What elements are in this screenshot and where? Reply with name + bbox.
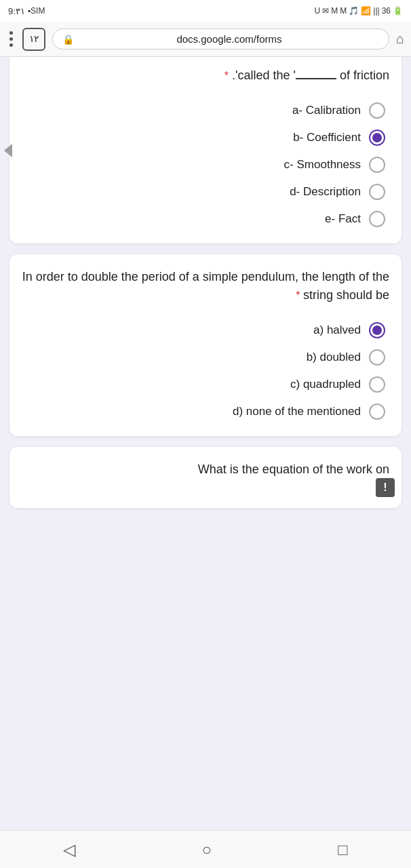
menu-dots[interactable] — [7, 28, 16, 50]
question-2-options: a) halved b) doubled c) quadrupled d) no… — [22, 319, 389, 422]
option-1c[interactable]: c- Smoothness — [22, 154, 389, 176]
question-1-options: a- Calibration b- Coefficient c- Smoothn… — [22, 100, 389, 230]
option-2c-label: c) quadrupled — [290, 378, 361, 391]
option-1a-radio[interactable] — [369, 102, 385, 119]
question-2-label: In order to double the period of a simpl… — [22, 270, 389, 283]
question-2-label-2: string should be — [303, 288, 389, 302]
option-1d-label: d- Description — [290, 185, 361, 199]
main-content: * .'called the ' of friction a- Calibrat… — [0, 57, 411, 868]
option-2b-radio[interactable] — [369, 349, 385, 366]
mail-icon: M — [331, 6, 338, 16]
option-1c-radio[interactable] — [369, 157, 385, 173]
status-right: U ✉ M M 🎵 📶 ||| 36 🔋 — [315, 6, 403, 16]
option-2b-label: b) doubled — [307, 351, 361, 364]
u-label: U — [315, 6, 321, 16]
sim-icon: ▪SIM — [28, 6, 45, 16]
option-1b-radio[interactable] — [369, 130, 385, 146]
option-2d-label: d) none of the mentioned — [233, 405, 361, 418]
option-1b-label: b- Coefficient — [293, 131, 361, 144]
option-2a-radio[interactable] — [369, 322, 385, 338]
option-1a[interactable]: a- Calibration — [22, 100, 389, 121]
option-1e[interactable]: e- Fact — [22, 208, 389, 230]
home-button[interactable]: ○ — [188, 835, 225, 865]
home-icon[interactable]: ⌂ — [396, 31, 404, 47]
browser-bar: ١٢ 🔒 docs.google.com/forms ⌂ — [0, 22, 411, 57]
required-asterisk-2: * — [296, 290, 303, 301]
bottom-nav: ◁ ○ □ — [0, 830, 411, 868]
question-3-card: What is the equation of the work on ! — [9, 447, 402, 508]
wifi-icon: 📶 — [361, 6, 371, 16]
battery-label: 36 — [382, 6, 391, 16]
question-3-text: What is the equation of the work on — [22, 460, 389, 479]
option-1c-label: c- Smoothness — [284, 158, 361, 172]
option-1d-radio[interactable] — [369, 184, 385, 200]
dot-2 — [9, 37, 13, 41]
option-2d[interactable]: d) none of the mentioned — [22, 401, 389, 422]
signal-icon: ||| — [373, 6, 379, 16]
question-2-text: In order to double the period of a simpl… — [22, 268, 389, 304]
option-2a[interactable]: a) halved — [22, 319, 389, 341]
option-2d-radio[interactable] — [369, 403, 385, 420]
option-2c-radio[interactable] — [369, 376, 385, 393]
feedback-icon[interactable]: ! — [376, 478, 395, 497]
question-1-text: * .'called the ' of friction — [22, 66, 389, 85]
question-3-label: What is the equation of the work on — [198, 462, 389, 476]
dot-3 — [9, 43, 13, 47]
option-2a-label: a) halved — [313, 323, 361, 337]
back-button[interactable]: ◁ — [50, 835, 89, 865]
dot-1 — [9, 31, 13, 35]
address-text: docs.google.com/forms — [79, 33, 379, 45]
status-bar: 9:٣١ ▪SIM U ✉ M M 🎵 📶 ||| 36 🔋 — [0, 0, 411, 22]
required-asterisk: * — [224, 70, 229, 81]
battery-icon: 🔋 — [393, 6, 403, 16]
option-1b[interactable]: b- Coefficient — [22, 127, 389, 149]
option-2b[interactable]: b) doubled — [22, 347, 389, 368]
option-1a-label: a- Calibration — [292, 104, 361, 117]
option-1e-label: e- Fact — [325, 212, 361, 226]
option-1e-radio[interactable] — [369, 211, 385, 227]
question-1-label: .'called the ' of friction — [232, 68, 389, 82]
option-2c[interactable]: c) quadrupled — [22, 374, 389, 395]
email-icon: ✉ — [322, 6, 329, 16]
question-1-card: * .'called the ' of friction a- Calibrat… — [9, 57, 402, 243]
question-2-card: In order to double the period of a simpl… — [9, 254, 402, 436]
tab-count[interactable]: ١٢ — [22, 28, 45, 51]
address-bar[interactable]: 🔒 docs.google.com/forms — [52, 28, 389, 50]
media-icon: 🎵 — [349, 6, 359, 16]
square-button[interactable]: □ — [324, 835, 361, 865]
exclamation-icon: ! — [383, 481, 387, 494]
lock-icon: 🔒 — [62, 34, 74, 45]
nav-arrow[interactable] — [4, 144, 12, 157]
time-display: 9:٣١ — [8, 6, 25, 16]
mail2-icon: M — [340, 6, 347, 16]
option-1d[interactable]: d- Description — [22, 181, 389, 203]
status-left: 9:٣١ ▪SIM — [8, 6, 45, 16]
